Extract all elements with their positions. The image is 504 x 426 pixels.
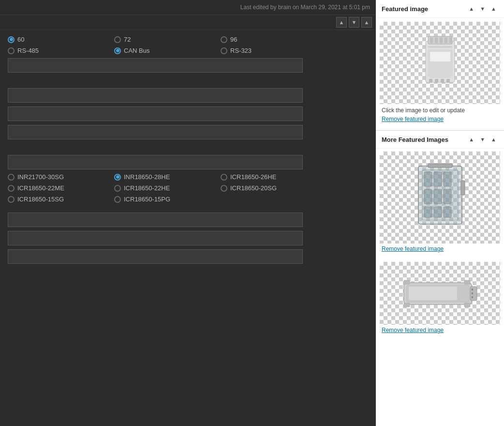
radio-icr18650-22me-input[interactable]	[8, 185, 15, 192]
radio-inr18650-28he-input[interactable]	[114, 174, 121, 181]
more-images-collapse-btn[interactable]: ▲	[489, 136, 498, 143]
radio-icr18650-15pg-label: ICR18650-15PG	[124, 196, 170, 203]
radio-canbus-label: CAN Bus	[124, 47, 149, 54]
svg-rect-27	[461, 181, 465, 195]
more-image-1-wrapper: Remove featured image	[376, 149, 504, 259]
featured-image-header: Featured image ▲ ▼ ▲	[376, 0, 504, 18]
radio-icr18650-15sg-label: ICR18650-15SG	[17, 196, 64, 203]
toolbar-collapse-btn[interactable]: ▲	[361, 17, 372, 28]
svg-rect-25	[444, 207, 451, 217]
svg-rect-34	[409, 287, 457, 300]
featured-image-clickable[interactable]	[380, 22, 500, 104]
svg-rect-23	[424, 207, 432, 217]
svg-rect-33	[472, 296, 473, 298]
radio-icr18650-15pg-input[interactable]	[114, 196, 121, 203]
radio-72-input[interactable]	[114, 36, 121, 43]
text-input-3[interactable]	[8, 106, 303, 121]
radio-icr18650-26he[interactable]: ICR18650-26HE	[221, 173, 327, 181]
svg-rect-7	[428, 46, 452, 48]
text-input-4[interactable]	[8, 125, 303, 139]
svg-rect-30	[470, 287, 477, 301]
radio-inr21700[interactable]: INR21700-30SG	[8, 173, 114, 181]
featured-image-container: Click the image to edit or update Remove…	[376, 18, 504, 130]
svg-rect-4	[440, 37, 443, 43]
radio-60-label: 60	[17, 36, 24, 43]
right-panel: Featured image ▲ ▼ ▲	[376, 0, 504, 426]
svg-rect-5	[445, 37, 447, 43]
text-input-5[interactable]	[8, 155, 303, 169]
svg-rect-24	[434, 207, 442, 217]
svg-rect-6	[449, 37, 452, 43]
radio-icr18650-15pg[interactable]: ICR18650-15PG	[114, 196, 221, 203]
radio-96-input[interactable]	[221, 36, 227, 43]
radio-canbus-input[interactable]	[114, 47, 121, 54]
remove-featured-image-link[interactable]: Remove featured image	[380, 116, 500, 126]
featured-image-collapse-btn[interactable]: ▲	[489, 5, 498, 13]
radio-group-bus: RS-485 CAN Bus RS-323	[8, 47, 368, 54]
featured-image-section: Featured image ▲ ▼ ▲	[376, 0, 504, 131]
radio-72-label: 72	[124, 36, 131, 43]
more-image-1-remove-link[interactable]: Remove featured image	[380, 245, 500, 256]
radio-inr21700-input[interactable]	[8, 174, 15, 181]
svg-rect-31	[472, 289, 473, 290]
content-area: 60 72 96 RS-485 CAN Bus RS-32	[0, 30, 376, 274]
svg-rect-38	[464, 303, 470, 307]
featured-image-description: Click the image to edit or update	[380, 104, 500, 116]
more-images-up-btn[interactable]: ▲	[467, 136, 476, 143]
radio-icr18650-22me[interactable]: ICR18650-22ME	[8, 184, 114, 192]
radio-group-size: 60 72 96	[8, 36, 368, 43]
toolbar-down-btn[interactable]: ▼	[349, 17, 359, 28]
radio-icr18650-22he-input[interactable]	[114, 185, 121, 192]
radio-icr18650-20sg-input[interactable]	[221, 185, 227, 192]
text-input-1[interactable]	[8, 58, 303, 73]
more-image-1-clickable[interactable]	[380, 152, 500, 243]
radio-icr18650-20sg[interactable]: ICR18650-20SG	[221, 184, 327, 192]
more-images-header: More Featured Images ▲ ▼ ▲	[376, 131, 504, 149]
radio-icr18650-20sg-label: ICR18650-20SG	[230, 184, 277, 192]
svg-rect-20	[424, 189, 432, 204]
radio-96-label: 96	[230, 36, 237, 43]
radio-icr18650-26he-input[interactable]	[221, 174, 227, 181]
text-input-7[interactable]	[8, 231, 303, 245]
radio-inr21700-label: INR21700-30SG	[17, 173, 64, 181]
svg-rect-19	[444, 172, 451, 186]
featured-image-title: Featured image	[382, 5, 428, 13]
toolbar-up-btn[interactable]: ▲	[336, 17, 347, 28]
radio-rs485[interactable]: RS-485	[8, 47, 114, 54]
more-images-controls: ▲ ▼ ▲	[467, 136, 498, 143]
radio-rs485-label: RS-485	[17, 47, 39, 54]
svg-rect-3	[435, 37, 438, 43]
featured-image-down-btn[interactable]: ▼	[478, 5, 487, 13]
svg-rect-35	[404, 280, 410, 284]
radio-icr18650-26he-label: ICR18650-26HE	[230, 173, 276, 181]
radio-group-cell2: ICR18650-22ME ICR18650-22HE ICR18650-20S…	[8, 184, 368, 192]
radio-rs323-input[interactable]	[221, 47, 227, 54]
text-input-6[interactable]	[8, 213, 303, 227]
text-input-8[interactable]	[8, 249, 303, 264]
more-images-down-btn[interactable]: ▼	[478, 136, 487, 143]
radio-96[interactable]: 96	[221, 36, 327, 43]
radio-icr18650-15sg[interactable]: ICR18650-15SG	[8, 196, 114, 203]
svg-rect-11	[429, 79, 432, 83]
radio-rs485-input[interactable]	[8, 47, 15, 54]
radio-group-cell1: INR21700-30SG INR18650-28HE ICR18650-26H…	[8, 173, 368, 181]
svg-rect-21	[434, 189, 442, 204]
radio-icr18650-15sg-input[interactable]	[8, 196, 15, 203]
more-image-2-remove-link[interactable]: Remove featured image	[380, 327, 500, 337]
radio-60[interactable]: 60	[8, 36, 114, 43]
svg-rect-17	[424, 172, 432, 186]
svg-rect-9	[430, 52, 450, 61]
more-featured-images-section: More Featured Images ▲ ▼ ▲	[376, 131, 504, 340]
text-input-2[interactable]	[8, 88, 303, 103]
radio-inr18650-28he-label: INR18650-28HE	[124, 173, 170, 181]
radio-icr18650-22he[interactable]: ICR18650-22HE	[114, 184, 221, 192]
radio-inr18650-28he[interactable]: INR18650-28HE	[114, 173, 221, 181]
radio-rs323-label: RS-323	[230, 47, 252, 54]
radio-60-input[interactable]	[8, 36, 15, 43]
radio-rs323[interactable]: RS-323	[221, 47, 327, 54]
radio-canbus[interactable]: CAN Bus	[114, 47, 221, 54]
more-image-2-clickable[interactable]	[380, 262, 500, 325]
featured-image-up-btn[interactable]: ▲	[467, 5, 476, 13]
radio-icr18650-22he-label: ICR18650-22HE	[124, 184, 170, 192]
radio-72[interactable]: 72	[114, 36, 221, 43]
